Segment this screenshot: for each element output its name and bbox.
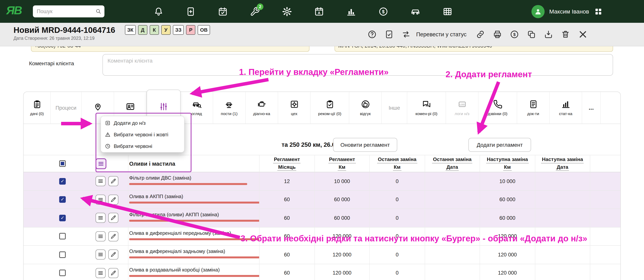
- select-all-checkbox[interactable]: [59, 160, 66, 167]
- column-header[interactable]: Остання замінаКм: [370, 155, 424, 172]
- row-edit-button[interactable]: [108, 268, 118, 278]
- row-checkbox[interactable]: [59, 270, 66, 276]
- transfer-arrows-icon: [402, 30, 411, 39]
- tab-diagnostics[interactable]: діагно-ка: [246, 92, 278, 124]
- trash-icon: [561, 30, 570, 39]
- row-edit-button[interactable]: [108, 176, 118, 186]
- status-badge[interactable]: К: [150, 25, 159, 35]
- tab-section-processes: Процеси: [51, 92, 82, 124]
- vehicle-field[interactable]: MAN TGA, 2014, 20.280 440, AN5555BH, WMA…: [334, 46, 613, 52]
- add-reglament-button[interactable]: Додати регламент: [468, 138, 531, 152]
- update-reglament-button[interactable]: Оновити регламент: [333, 138, 397, 152]
- column-header[interactable]: Остання замінаДата: [424, 155, 480, 172]
- clipboard-icon: [32, 100, 42, 109]
- client-phone-field[interactable]: +38(066) 752-08-44: [31, 46, 310, 52]
- service-count-badge: 2: [257, 3, 264, 10]
- user-name[interactable]: Максим Іванов: [549, 8, 589, 15]
- transfer-status-button[interactable]: [402, 30, 411, 39]
- document-icon: [528, 100, 538, 109]
- save-button[interactable]: [544, 30, 553, 39]
- payments-button[interactable]: [510, 30, 519, 39]
- grid-menu-icon: [594, 7, 603, 16]
- map-pin-icon: [93, 102, 102, 111]
- status-badge[interactable]: ЗЗ: [173, 25, 184, 35]
- pencil-icon: [110, 197, 116, 203]
- tab-transfers[interactable]: дачі (0): [24, 92, 51, 124]
- tab-inspection[interactable]: огляд: [181, 92, 213, 124]
- close-icon: [578, 29, 588, 39]
- service-button[interactable]: 2: [250, 6, 260, 16]
- schedule-button[interactable]: [218, 6, 228, 16]
- row-burger-button[interactable]: [96, 176, 106, 186]
- tabs-more[interactable]: ...: [582, 92, 601, 124]
- table-row[interactable]: Олива в диференціалі задньому (заміна) 6…: [24, 246, 620, 264]
- tab-posts[interactable]: пости (1): [213, 92, 246, 124]
- apps-menu-button[interactable]: [594, 7, 603, 16]
- row-checkbox[interactable]: [59, 233, 66, 240]
- row-edit-button[interactable]: [108, 250, 118, 260]
- notifications-button[interactable]: [154, 6, 164, 16]
- status-badge[interactable]: ОВ: [198, 25, 210, 35]
- table-row[interactable]: Олива в АКПП (заміна) 60 60 000 0 60 000: [24, 191, 620, 209]
- link-icon: [476, 30, 485, 39]
- tab-statistics[interactable]: стат-ка: [550, 92, 582, 124]
- reports-button[interactable]: [346, 6, 356, 16]
- finance-button[interactable]: [378, 6, 388, 16]
- avatar[interactable]: [532, 5, 544, 18]
- status-doc-button[interactable]: [384, 30, 394, 39]
- table-row[interactable]: Олива в роздавальній коробці (заміна) 60…: [24, 264, 620, 280]
- plus-square-icon: [105, 120, 110, 126]
- row-checkbox[interactable]: [59, 196, 66, 203]
- tab-comments[interactable]: комен-рі (0): [407, 92, 446, 124]
- tab-feedback[interactable]: відгук: [349, 92, 382, 124]
- tasks-calendar-button[interactable]: [314, 6, 324, 16]
- tab-calls[interactable]: дзвінки (0): [478, 92, 517, 124]
- column-header[interactable]: Наступна замінаДата: [535, 155, 590, 172]
- search-input[interactable]: [33, 5, 104, 17]
- calendar-a-icon: [314, 6, 324, 16]
- close-button[interactable]: [578, 29, 588, 39]
- chat-icon: [422, 100, 431, 109]
- menu-item-select-red-yellow[interactable]: Вибрати червоні і жовті: [101, 129, 184, 140]
- column-header[interactable]: РегламентКм: [314, 155, 370, 172]
- help-button[interactable]: [368, 30, 377, 39]
- row-edit-button[interactable]: [108, 231, 118, 241]
- menu-item-select-red[interactable]: Вибрати червоні: [101, 140, 184, 152]
- row-burger-button[interactable]: [96, 268, 106, 278]
- row-checkbox[interactable]: [59, 178, 66, 185]
- column-header[interactable]: РегламентМісяць: [259, 155, 314, 172]
- copy-link-button[interactable]: [476, 30, 485, 39]
- row-burger-button[interactable]: [96, 195, 106, 205]
- menu-item-add-to-workorder[interactable]: Додати до н/з: [101, 117, 184, 129]
- page-title: Новий MRD-9444-1064716: [14, 25, 115, 35]
- table-row[interactable]: Фільтр оливи ДВС (заміна) 12 10 000 0 10…: [24, 172, 620, 191]
- settings-button[interactable]: [282, 6, 292, 16]
- column-header[interactable]: Наступна замінаКм: [480, 155, 535, 172]
- print-button[interactable]: [493, 30, 502, 39]
- status-badge[interactable]: Р: [186, 25, 195, 35]
- new-document-button[interactable]: [186, 6, 196, 16]
- row-edit-button[interactable]: [108, 213, 118, 223]
- status-badge[interactable]: У: [161, 25, 170, 35]
- row-checkbox[interactable]: [59, 251, 66, 258]
- row-burger-button[interactable]: [96, 231, 106, 241]
- group-burger-button[interactable]: [96, 158, 106, 169]
- table-row[interactable]: Фільтр мастила (оливи) АКПП (заміна) 60 …: [24, 209, 620, 227]
- vehicles-button[interactable]: [410, 6, 420, 16]
- row-checkbox[interactable]: [59, 215, 66, 221]
- tab-documents[interactable]: док-ти: [517, 92, 550, 124]
- tab-logs[interactable]: логи н/з: [446, 92, 478, 124]
- status-badge[interactable]: ЗК: [125, 25, 136, 35]
- app-logo[interactable]: ЯB: [6, 4, 22, 17]
- row-burger-button[interactable]: [96, 250, 106, 260]
- tab-workshop[interactable]: цех: [278, 92, 310, 124]
- row-burger-button[interactable]: [96, 213, 106, 223]
- row-edit-button[interactable]: [108, 195, 118, 205]
- client-comments-label: Коментарі клієнта: [29, 60, 74, 66]
- tab-recommendations[interactable]: реком-ції (0): [310, 92, 349, 124]
- tables-button[interactable]: [442, 6, 452, 16]
- transfer-status-label[interactable]: Перевести у статус: [416, 31, 466, 37]
- status-badge[interactable]: Д: [138, 25, 147, 35]
- duplicate-button[interactable]: [527, 30, 536, 39]
- delete-button[interactable]: [561, 30, 570, 39]
